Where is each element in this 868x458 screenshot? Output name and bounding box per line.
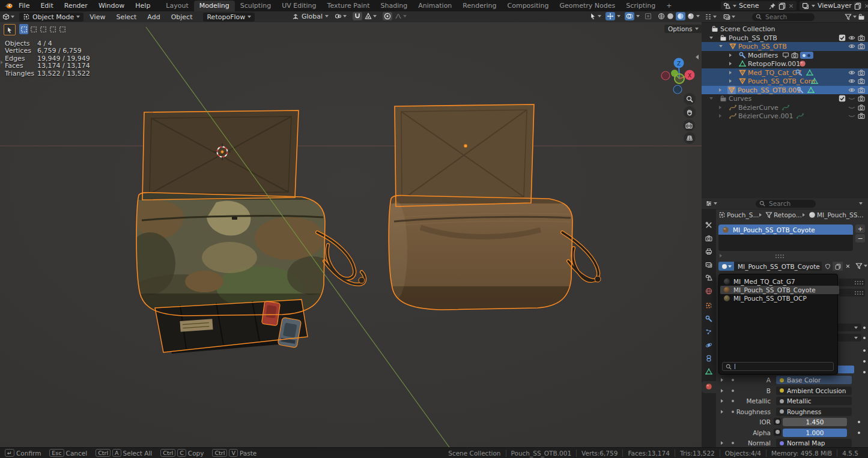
overlays-toggle[interactable] [625,12,634,20]
expand-icon[interactable] [721,378,723,382]
properties-search[interactable] [756,200,816,208]
new-viewlayer-icon[interactable] [854,2,861,10]
new-material-button[interactable] [833,262,843,271]
zoom-button[interactable] [684,93,696,105]
chevron-down-icon[interactable] [617,15,621,17]
disable-render-camera-icon[interactable] [858,43,865,50]
popup-search-input[interactable] [722,362,834,371]
animate-dot[interactable] [863,337,866,339]
tab-scripting[interactable]: Scripting [621,1,661,11]
properties-editor-type[interactable] [705,200,717,207]
browse-material-button[interactable] [718,262,734,271]
shading-wireframe-icon[interactable] [658,13,665,20]
tab-tool-icon[interactable] [705,221,712,229]
mode-selector[interactable]: Object Mode [19,13,83,22]
outliner-row-scene-collection[interactable]: Scene Collection [702,25,868,34]
hide-eye-icon[interactable] [848,34,855,41]
3d-viewport[interactable]: Z X Objects4 / 4 Vertices6,759 / 6,759 E… [0,22,702,447]
menu-add[interactable]: Add [142,13,165,21]
expand-icon[interactable] [721,399,723,403]
close-icon[interactable] [864,3,868,9]
active-tool-select-button[interactable] [4,24,16,35]
outliner-row-retopoflow[interactable]: RetopoFlow.001 [702,59,868,68]
material-slot-active[interactable]: MI_Pouch_SS_OTB_Coyote [718,224,853,235]
menu-view[interactable]: View [85,13,110,21]
snap-target-selector[interactable] [365,13,377,20]
pivot-point-selector[interactable] [335,13,347,20]
snap-toggle[interactable] [353,12,362,20]
disable-render-camera-icon[interactable] [858,104,865,111]
breadcrumb-material[interactable]: MI_Pouch_SS... [817,211,863,218]
tab-scene-icon[interactable] [705,274,712,282]
popup-item-selected[interactable]: MI_Pouch_SS_OTB_Coyote [720,286,839,294]
animate-dot[interactable] [863,371,866,373]
hide-eye-closed-icon[interactable] [848,112,855,119]
orthographic-toggle-button[interactable] [684,132,696,144]
gizmo-neg-x-ball[interactable] [661,71,670,80]
roughness-field[interactable]: Roughness [776,408,852,416]
select-mode-invert-button[interactable] [48,24,57,34]
expand-icon[interactable] [721,410,723,414]
animate-dot[interactable] [858,432,860,434]
alpha-slider[interactable]: 1.000 [783,429,847,437]
ambient-occlusion-field[interactable]: Ambient Occlusion [776,387,852,395]
tab-object-icon[interactable] [705,302,712,309]
disclosure-icon[interactable] [709,37,713,39]
add-slot-button[interactable]: + [855,224,865,233]
tab-render-icon[interactable] [705,235,712,242]
popup-item[interactable]: MI_Pouch_SS_OTB_OCP [720,294,839,303]
outliner-row-pouch-collection[interactable]: Pouch_SS_OTB [702,34,868,43]
tab-sculpting[interactable]: Sculpting [235,1,276,11]
shading-material-preview-toggle[interactable] [676,12,685,20]
disable-render-camera-icon[interactable] [858,95,865,102]
outliner-search[interactable] [752,13,815,21]
fake-user-button[interactable] [823,262,832,271]
tab-data-icon[interactable] [705,368,712,375]
disable-render-camera-icon[interactable] [858,34,865,41]
tab-modifiers-icon[interactable] [705,315,712,322]
breadcrumb-modifier[interactable]: Retopo... [774,211,802,218]
disable-render-camera-icon[interactable] [858,77,865,85]
proportional-editing-toggle[interactable] [383,12,392,20]
hide-eye-closed-icon[interactable] [848,95,855,102]
menu-edit[interactable]: Edit [35,2,58,10]
outliner-display-mode[interactable] [705,13,717,20]
scene-selector[interactable]: Scene [721,1,797,10]
tab-uv-editing[interactable]: UV Editing [276,1,321,11]
popup-item[interactable]: MI_Med_TQ_Cat_G7 [720,277,839,286]
orientation-selector[interactable]: Global [302,13,329,20]
tab-texture-paint[interactable]: Texture Paint [322,1,375,11]
tab-geometry-nodes[interactable]: Geometry Nodes [554,1,621,11]
checkbox-icon[interactable] [839,34,846,41]
animate-dot[interactable] [863,360,866,363]
menu-object[interactable]: Object [166,13,198,21]
add-workspace-button[interactable]: + [661,1,677,11]
blender-logo-icon[interactable] [4,2,13,10]
disable-render-camera-icon[interactable] [858,86,865,94]
gizmo-neg-z-ball[interactable] [673,85,682,94]
editor-type-selector[interactable] [2,13,14,20]
select-mode-subtract-button[interactable] [38,24,47,34]
animate-dot[interactable] [863,349,866,352]
new-scene-icon[interactable] [778,2,786,10]
hide-eye-icon[interactable] [848,69,855,76]
select-mode-extend-button[interactable] [29,24,38,34]
chevron-down-icon[interactable] [636,15,640,17]
disable-render-camera-icon[interactable] [858,69,865,76]
tab-compositing[interactable]: Compositing [502,1,554,11]
hide-eye-icon[interactable] [848,43,855,50]
outliner-row-modifiers[interactable]: Modifiers [702,51,868,60]
outliner-row-curves-collection[interactable]: Curves [702,94,868,103]
animate-dot[interactable] [863,327,866,329]
ior-slider[interactable]: 1.450 [783,418,847,426]
disclosure-icon[interactable] [719,106,721,109]
disclosure-icon[interactable] [719,114,721,118]
tab-material-icon[interactable] [705,383,712,390]
panel-disclosure-icon[interactable] [720,254,722,258]
breadcrumb-object[interactable]: Pouch_S... [727,211,759,218]
menu-window[interactable]: Window [93,2,130,10]
hide-eye-icon[interactable] [848,86,855,94]
outliner-row-pouch-001-active[interactable]: Pouch_SS_OTB.001 [702,86,868,95]
socket-button[interactable] [774,418,781,425]
disclosure-icon[interactable] [729,62,732,65]
